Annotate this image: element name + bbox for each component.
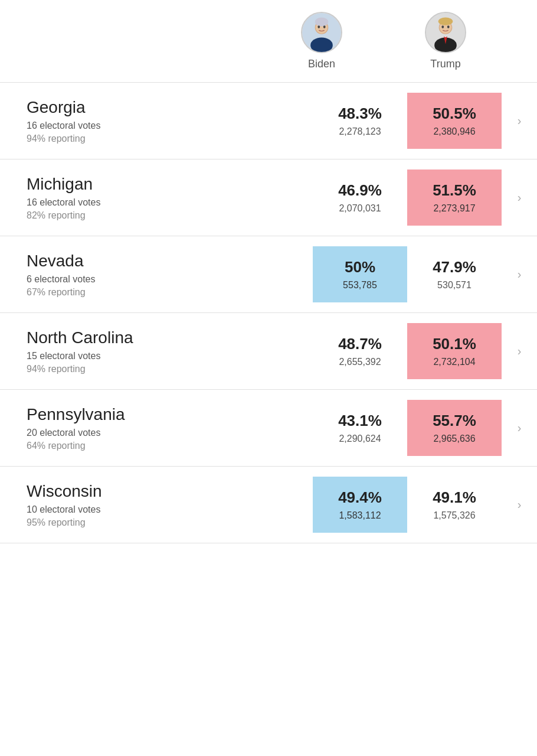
- biden-pct-michigan: 46.9%: [338, 181, 382, 200]
- svg-point-13: [447, 25, 450, 28]
- svg-point-5: [317, 25, 320, 28]
- race-row-wisconsin[interactable]: Wisconsin 10 electoral votes 95% reporti…: [0, 467, 537, 543]
- trump-data-wisconsin: 49.1% 1,575,326: [407, 477, 502, 533]
- arrow-col-wisconsin[interactable]: ›: [502, 498, 537, 511]
- biden-pct-nevada: 50%: [345, 258, 375, 276]
- trump-data-georgia: 50.5% 2,380,946: [407, 93, 502, 149]
- state-info-georgia: Georgia 16 electoral votes 94% reporting: [0, 86, 313, 156]
- trump-votes-michigan: 2,273,917: [433, 203, 475, 214]
- svg-point-11: [438, 18, 453, 25]
- trump-votes-nevada: 530,571: [437, 280, 471, 291]
- biden-votes-nevada: 553,785: [343, 280, 377, 291]
- race-row-north-carolina[interactable]: North Carolina 15 electoral votes 94% re…: [0, 313, 537, 390]
- reporting-wisconsin: 95% reporting: [27, 517, 301, 528]
- trump-pct-michigan: 51.5%: [433, 181, 476, 200]
- state-info-michigan: Michigan 16 electoral votes 82% reportin…: [0, 163, 313, 233]
- biden-pct-georgia: 48.3%: [338, 105, 382, 123]
- biden-pct-pennsylvania: 43.1%: [338, 412, 382, 430]
- biden-header: Biden: [277, 12, 366, 70]
- trump-data-north-carolina: 50.1% 2,732,104: [407, 323, 502, 379]
- trump-pct-nevada: 47.9%: [433, 258, 476, 276]
- trump-votes-pennsylvania: 2,965,636: [433, 434, 475, 444]
- svg-point-12: [441, 25, 444, 28]
- chevron-right-icon-pennsylvania: ›: [518, 421, 522, 435]
- electoral-votes-georgia: 16 electoral votes: [27, 120, 301, 131]
- candidates-data-wisconsin: 49.4% 1,583,112 49.1% 1,575,326: [313, 477, 502, 533]
- trump-pct-wisconsin: 49.1%: [433, 488, 476, 507]
- biden-pct-north-carolina: 48.7%: [338, 335, 382, 353]
- race-row-pennsylvania[interactable]: Pennsylvania 20 electoral votes 64% repo…: [0, 390, 537, 467]
- race-row-georgia[interactable]: Georgia 16 electoral votes 94% reporting…: [0, 83, 537, 159]
- biden-votes-north-carolina: 2,655,392: [339, 357, 381, 367]
- state-name-georgia: Georgia: [27, 98, 301, 117]
- trump-data-pennsylvania: 55.7% 2,965,636: [407, 400, 502, 456]
- reporting-michigan: 82% reporting: [27, 210, 301, 221]
- race-row-michigan[interactable]: Michigan 16 electoral votes 82% reportin…: [0, 159, 537, 236]
- race-row-nevada[interactable]: Nevada 6 electoral votes 67% reporting 5…: [0, 236, 537, 313]
- biden-data-michigan: 46.9% 2,070,031: [313, 170, 407, 226]
- chevron-right-icon-nevada: ›: [518, 268, 522, 281]
- state-info-nevada: Nevada 6 electoral votes 67% reporting: [0, 240, 313, 309]
- arrow-col-georgia[interactable]: ›: [502, 114, 537, 128]
- trump-votes-georgia: 2,380,946: [433, 126, 475, 137]
- svg-point-2: [310, 37, 333, 53]
- biden-data-nevada: 50% 553,785: [313, 246, 407, 302]
- reporting-nevada: 67% reporting: [27, 287, 301, 298]
- header: Biden Trump: [0, 0, 537, 83]
- trump-data-nevada: 47.9% 530,571: [407, 246, 502, 302]
- races-container: Georgia 16 electoral votes 94% reporting…: [0, 83, 537, 543]
- candidates-data-pennsylvania: 43.1% 2,290,624 55.7% 2,965,636: [313, 400, 502, 456]
- biden-name: Biden: [308, 58, 335, 70]
- trump-avatar: [425, 12, 466, 53]
- electoral-votes-wisconsin: 10 electoral votes: [27, 504, 301, 515]
- reporting-georgia: 94% reporting: [27, 133, 301, 144]
- electoral-votes-north-carolina: 15 electoral votes: [27, 351, 301, 361]
- electoral-votes-pennsylvania: 20 electoral votes: [27, 428, 301, 438]
- state-name-pennsylvania: Pennsylvania: [27, 405, 301, 424]
- trump-votes-wisconsin: 1,575,326: [433, 510, 475, 521]
- arrow-col-michigan[interactable]: ›: [502, 191, 537, 204]
- biden-data-wisconsin: 49.4% 1,583,112: [313, 477, 407, 533]
- arrow-col-north-carolina[interactable]: ›: [502, 344, 537, 358]
- biden-avatar: [301, 12, 342, 53]
- biden-votes-wisconsin: 1,583,112: [339, 510, 381, 521]
- trump-votes-north-carolina: 2,732,104: [433, 357, 475, 367]
- reporting-north-carolina: 94% reporting: [27, 364, 301, 374]
- chevron-right-icon-north-carolina: ›: [518, 344, 522, 358]
- biden-data-pennsylvania: 43.1% 2,290,624: [313, 400, 407, 456]
- biden-data-north-carolina: 48.7% 2,655,392: [313, 323, 407, 379]
- trump-pct-pennsylvania: 55.7%: [433, 412, 476, 430]
- state-name-wisconsin: Wisconsin: [27, 482, 301, 501]
- biden-votes-pennsylvania: 2,290,624: [339, 434, 381, 444]
- biden-votes-michigan: 2,070,031: [339, 203, 381, 214]
- candidates-data-georgia: 48.3% 2,278,123 50.5% 2,380,946: [313, 93, 502, 149]
- biden-data-georgia: 48.3% 2,278,123: [313, 93, 407, 149]
- state-name-michigan: Michigan: [27, 175, 301, 194]
- state-name-north-carolina: North Carolina: [27, 328, 301, 347]
- electoral-votes-michigan: 16 electoral votes: [27, 197, 301, 208]
- candidates-data-nevada: 50% 553,785 47.9% 530,571: [313, 246, 502, 302]
- state-name-nevada: Nevada: [27, 252, 301, 271]
- state-info-wisconsin: Wisconsin 10 electoral votes 95% reporti…: [0, 470, 313, 540]
- trump-pct-georgia: 50.5%: [433, 105, 476, 123]
- arrow-col-nevada[interactable]: ›: [502, 268, 537, 281]
- trump-data-michigan: 51.5% 2,273,917: [407, 170, 502, 226]
- electoral-votes-nevada: 6 electoral votes: [27, 274, 301, 285]
- biden-votes-georgia: 2,278,123: [339, 126, 381, 137]
- reporting-pennsylvania: 64% reporting: [27, 441, 301, 451]
- state-info-north-carolina: North Carolina 15 electoral votes 94% re…: [0, 317, 313, 386]
- candidates-data-north-carolina: 48.7% 2,655,392 50.1% 2,732,104: [313, 323, 502, 379]
- trump-pct-north-carolina: 50.1%: [433, 335, 476, 353]
- chevron-right-icon-wisconsin: ›: [518, 498, 522, 511]
- candidates-data-michigan: 46.9% 2,070,031 51.5% 2,273,917: [313, 170, 502, 226]
- svg-point-4: [315, 18, 329, 27]
- arrow-col-pennsylvania[interactable]: ›: [502, 421, 537, 435]
- svg-point-6: [323, 25, 326, 28]
- biden-pct-wisconsin: 49.4%: [338, 488, 382, 507]
- state-info-pennsylvania: Pennsylvania 20 electoral votes 64% repo…: [0, 393, 313, 463]
- chevron-right-icon-michigan: ›: [518, 191, 522, 204]
- trump-name: Trump: [430, 58, 460, 70]
- trump-header: Trump: [401, 12, 490, 70]
- chevron-right-icon-georgia: ›: [518, 114, 522, 128]
